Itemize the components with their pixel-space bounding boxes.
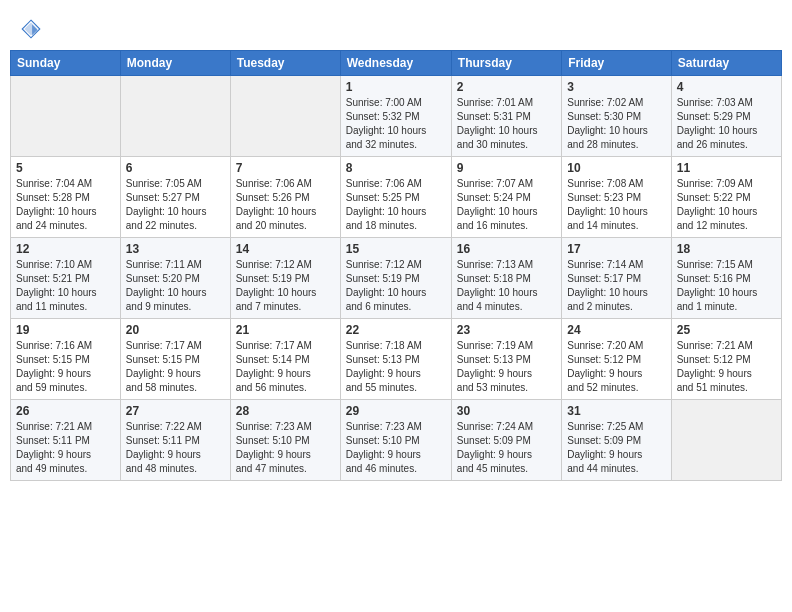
day-info: Sunrise: 7:06 AM Sunset: 5:26 PM Dayligh…	[236, 177, 335, 233]
day-info: Sunrise: 7:12 AM Sunset: 5:19 PM Dayligh…	[346, 258, 446, 314]
calendar-cell: 8Sunrise: 7:06 AM Sunset: 5:25 PM Daylig…	[340, 157, 451, 238]
calendar-cell: 11Sunrise: 7:09 AM Sunset: 5:22 PM Dayli…	[671, 157, 781, 238]
day-number: 17	[567, 242, 665, 256]
col-header-monday: Monday	[120, 51, 230, 76]
calendar-cell: 6Sunrise: 7:05 AM Sunset: 5:27 PM Daylig…	[120, 157, 230, 238]
calendar-cell: 12Sunrise: 7:10 AM Sunset: 5:21 PM Dayli…	[11, 238, 121, 319]
day-number: 14	[236, 242, 335, 256]
col-header-wednesday: Wednesday	[340, 51, 451, 76]
calendar-week-2: 5Sunrise: 7:04 AM Sunset: 5:28 PM Daylig…	[11, 157, 782, 238]
day-number: 12	[16, 242, 115, 256]
day-info: Sunrise: 7:00 AM Sunset: 5:32 PM Dayligh…	[346, 96, 446, 152]
col-header-friday: Friday	[562, 51, 671, 76]
day-info: Sunrise: 7:20 AM Sunset: 5:12 PM Dayligh…	[567, 339, 665, 395]
calendar-cell: 30Sunrise: 7:24 AM Sunset: 5:09 PM Dayli…	[451, 400, 561, 481]
day-number: 8	[346, 161, 446, 175]
day-info: Sunrise: 7:23 AM Sunset: 5:10 PM Dayligh…	[346, 420, 446, 476]
calendar-cell: 4Sunrise: 7:03 AM Sunset: 5:29 PM Daylig…	[671, 76, 781, 157]
day-number: 22	[346, 323, 446, 337]
calendar-week-3: 12Sunrise: 7:10 AM Sunset: 5:21 PM Dayli…	[11, 238, 782, 319]
day-info: Sunrise: 7:05 AM Sunset: 5:27 PM Dayligh…	[126, 177, 225, 233]
day-number: 1	[346, 80, 446, 94]
logo	[20, 18, 46, 40]
calendar-cell: 20Sunrise: 7:17 AM Sunset: 5:15 PM Dayli…	[120, 319, 230, 400]
calendar-cell: 9Sunrise: 7:07 AM Sunset: 5:24 PM Daylig…	[451, 157, 561, 238]
day-number: 15	[346, 242, 446, 256]
calendar-cell: 13Sunrise: 7:11 AM Sunset: 5:20 PM Dayli…	[120, 238, 230, 319]
day-info: Sunrise: 7:17 AM Sunset: 5:14 PM Dayligh…	[236, 339, 335, 395]
day-number: 9	[457, 161, 556, 175]
day-number: 6	[126, 161, 225, 175]
day-info: Sunrise: 7:08 AM Sunset: 5:23 PM Dayligh…	[567, 177, 665, 233]
day-info: Sunrise: 7:22 AM Sunset: 5:11 PM Dayligh…	[126, 420, 225, 476]
calendar-cell: 31Sunrise: 7:25 AM Sunset: 5:09 PM Dayli…	[562, 400, 671, 481]
day-number: 5	[16, 161, 115, 175]
day-number: 26	[16, 404, 115, 418]
calendar-cell: 24Sunrise: 7:20 AM Sunset: 5:12 PM Dayli…	[562, 319, 671, 400]
day-info: Sunrise: 7:18 AM Sunset: 5:13 PM Dayligh…	[346, 339, 446, 395]
logo-icon	[20, 18, 42, 40]
page-header	[10, 10, 782, 44]
col-header-tuesday: Tuesday	[230, 51, 340, 76]
day-info: Sunrise: 7:21 AM Sunset: 5:11 PM Dayligh…	[16, 420, 115, 476]
day-info: Sunrise: 7:02 AM Sunset: 5:30 PM Dayligh…	[567, 96, 665, 152]
day-info: Sunrise: 7:09 AM Sunset: 5:22 PM Dayligh…	[677, 177, 776, 233]
calendar-cell: 5Sunrise: 7:04 AM Sunset: 5:28 PM Daylig…	[11, 157, 121, 238]
day-number: 23	[457, 323, 556, 337]
day-info: Sunrise: 7:12 AM Sunset: 5:19 PM Dayligh…	[236, 258, 335, 314]
day-number: 11	[677, 161, 776, 175]
day-number: 20	[126, 323, 225, 337]
calendar-cell: 2Sunrise: 7:01 AM Sunset: 5:31 PM Daylig…	[451, 76, 561, 157]
calendar-cell	[671, 400, 781, 481]
day-number: 30	[457, 404, 556, 418]
calendar-cell: 23Sunrise: 7:19 AM Sunset: 5:13 PM Dayli…	[451, 319, 561, 400]
calendar-cell: 14Sunrise: 7:12 AM Sunset: 5:19 PM Dayli…	[230, 238, 340, 319]
calendar-cell: 27Sunrise: 7:22 AM Sunset: 5:11 PM Dayli…	[120, 400, 230, 481]
day-info: Sunrise: 7:15 AM Sunset: 5:16 PM Dayligh…	[677, 258, 776, 314]
calendar-cell: 18Sunrise: 7:15 AM Sunset: 5:16 PM Dayli…	[671, 238, 781, 319]
day-info: Sunrise: 7:16 AM Sunset: 5:15 PM Dayligh…	[16, 339, 115, 395]
day-number: 31	[567, 404, 665, 418]
calendar-cell: 21Sunrise: 7:17 AM Sunset: 5:14 PM Dayli…	[230, 319, 340, 400]
day-number: 4	[677, 80, 776, 94]
col-header-sunday: Sunday	[11, 51, 121, 76]
day-info: Sunrise: 7:17 AM Sunset: 5:15 PM Dayligh…	[126, 339, 225, 395]
day-info: Sunrise: 7:01 AM Sunset: 5:31 PM Dayligh…	[457, 96, 556, 152]
day-number: 25	[677, 323, 776, 337]
calendar-cell: 22Sunrise: 7:18 AM Sunset: 5:13 PM Dayli…	[340, 319, 451, 400]
calendar-cell: 7Sunrise: 7:06 AM Sunset: 5:26 PM Daylig…	[230, 157, 340, 238]
col-header-thursday: Thursday	[451, 51, 561, 76]
calendar-cell: 10Sunrise: 7:08 AM Sunset: 5:23 PM Dayli…	[562, 157, 671, 238]
day-info: Sunrise: 7:11 AM Sunset: 5:20 PM Dayligh…	[126, 258, 225, 314]
calendar-cell: 25Sunrise: 7:21 AM Sunset: 5:12 PM Dayli…	[671, 319, 781, 400]
day-number: 21	[236, 323, 335, 337]
calendar-cell	[11, 76, 121, 157]
day-info: Sunrise: 7:06 AM Sunset: 5:25 PM Dayligh…	[346, 177, 446, 233]
day-info: Sunrise: 7:24 AM Sunset: 5:09 PM Dayligh…	[457, 420, 556, 476]
calendar-table: SundayMondayTuesdayWednesdayThursdayFrid…	[10, 50, 782, 481]
day-info: Sunrise: 7:04 AM Sunset: 5:28 PM Dayligh…	[16, 177, 115, 233]
day-number: 29	[346, 404, 446, 418]
day-info: Sunrise: 7:21 AM Sunset: 5:12 PM Dayligh…	[677, 339, 776, 395]
day-info: Sunrise: 7:03 AM Sunset: 5:29 PM Dayligh…	[677, 96, 776, 152]
day-number: 2	[457, 80, 556, 94]
day-number: 24	[567, 323, 665, 337]
day-number: 16	[457, 242, 556, 256]
calendar-cell: 17Sunrise: 7:14 AM Sunset: 5:17 PM Dayli…	[562, 238, 671, 319]
day-number: 10	[567, 161, 665, 175]
calendar-cell: 19Sunrise: 7:16 AM Sunset: 5:15 PM Dayli…	[11, 319, 121, 400]
day-number: 28	[236, 404, 335, 418]
calendar-cell: 29Sunrise: 7:23 AM Sunset: 5:10 PM Dayli…	[340, 400, 451, 481]
calendar-week-1: 1Sunrise: 7:00 AM Sunset: 5:32 PM Daylig…	[11, 76, 782, 157]
calendar-cell	[120, 76, 230, 157]
day-number: 13	[126, 242, 225, 256]
calendar-cell: 28Sunrise: 7:23 AM Sunset: 5:10 PM Dayli…	[230, 400, 340, 481]
calendar-cell: 3Sunrise: 7:02 AM Sunset: 5:30 PM Daylig…	[562, 76, 671, 157]
calendar-cell: 16Sunrise: 7:13 AM Sunset: 5:18 PM Dayli…	[451, 238, 561, 319]
day-info: Sunrise: 7:13 AM Sunset: 5:18 PM Dayligh…	[457, 258, 556, 314]
calendar-week-5: 26Sunrise: 7:21 AM Sunset: 5:11 PM Dayli…	[11, 400, 782, 481]
day-info: Sunrise: 7:25 AM Sunset: 5:09 PM Dayligh…	[567, 420, 665, 476]
calendar-week-4: 19Sunrise: 7:16 AM Sunset: 5:15 PM Dayli…	[11, 319, 782, 400]
day-info: Sunrise: 7:19 AM Sunset: 5:13 PM Dayligh…	[457, 339, 556, 395]
day-number: 18	[677, 242, 776, 256]
